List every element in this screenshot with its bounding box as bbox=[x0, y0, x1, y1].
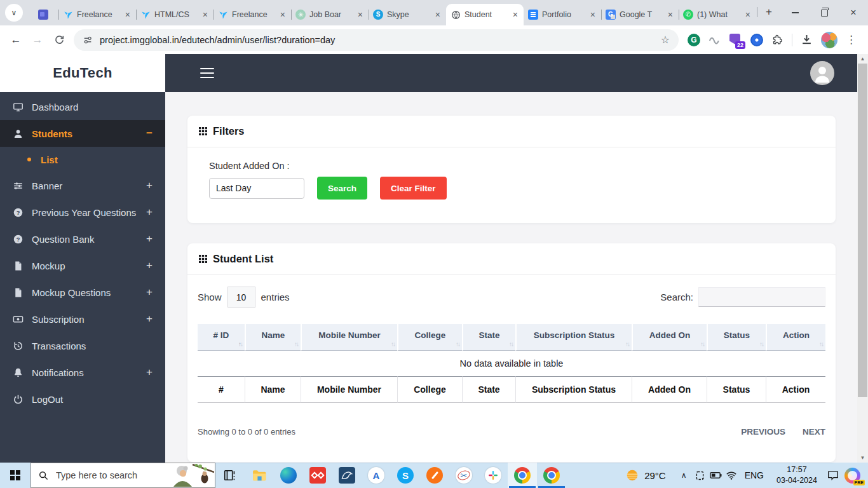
column-header-status[interactable]: Status↑↓ bbox=[707, 324, 766, 351]
copilot-icon[interactable]: PRE bbox=[844, 468, 860, 484]
refresh-button[interactable] bbox=[48, 29, 70, 51]
file-explorer-button[interactable] bbox=[245, 463, 274, 488]
window-minimize-button[interactable] bbox=[780, 0, 810, 25]
tab-freelance-2[interactable]: Freelance × bbox=[214, 4, 291, 25]
column-header-added-on[interactable]: Added On↑↓ bbox=[632, 324, 707, 351]
tab-skype[interactable]: S Skype × bbox=[369, 4, 446, 25]
expand-plus-icon[interactable]: + bbox=[146, 206, 153, 219]
sidebar-item-students[interactable]: Students − bbox=[0, 120, 165, 147]
browser-profile-avatar[interactable] bbox=[821, 32, 837, 48]
scrollbar-thumb[interactable] bbox=[858, 64, 867, 397]
collapse-minus-icon[interactable]: − bbox=[146, 127, 153, 140]
sidebar-item-dashboard[interactable]: Dashboard bbox=[0, 93, 165, 120]
omnibox[interactable]: project.imgglobal.in/edutech/admin/user/… bbox=[74, 29, 679, 51]
tab-student-active[interactable]: Student × bbox=[446, 4, 524, 25]
tab-close-icon[interactable]: × bbox=[589, 10, 597, 20]
hamburger-menu-icon[interactable] bbox=[200, 72, 214, 74]
column-header-action[interactable]: Action↑↓ bbox=[766, 324, 825, 351]
task-view-button[interactable] bbox=[215, 463, 245, 488]
tab-close-icon[interactable]: × bbox=[279, 10, 287, 20]
blue-circle-extension-icon[interactable] bbox=[750, 34, 763, 46]
window-restore-button[interactable] bbox=[810, 0, 839, 25]
expand-plus-icon[interactable]: + bbox=[146, 259, 153, 272]
purple-extension-icon[interactable]: 22 bbox=[729, 34, 742, 46]
taskbar-search-box[interactable] bbox=[31, 463, 215, 488]
table-search-input[interactable] bbox=[698, 287, 825, 307]
edge-button[interactable] bbox=[274, 463, 303, 488]
tab-portfolio[interactable]: Portfolio × bbox=[524, 4, 601, 25]
tab-job-board[interactable]: ✳ Job Boar × bbox=[291, 4, 369, 25]
browser-menu-icon[interactable]: ⋮ bbox=[846, 33, 857, 46]
tab-google-translate[interactable]: G Google T × bbox=[601, 4, 679, 25]
wave-extension-icon[interactable] bbox=[709, 36, 721, 44]
skype-button[interactable]: S bbox=[391, 463, 420, 488]
column-header-state[interactable]: State↑↓ bbox=[462, 324, 515, 351]
search-button[interactable]: Search bbox=[317, 177, 367, 200]
chrome-active-button[interactable] bbox=[508, 463, 537, 488]
column-header-mobile[interactable]: Mobile Number↑↓ bbox=[301, 324, 397, 351]
student-added-on-input[interactable] bbox=[209, 178, 304, 199]
tray-expand-chevron-icon[interactable]: ∧ bbox=[676, 471, 692, 480]
start-button[interactable] bbox=[0, 463, 31, 488]
sidebar-item-mockup[interactable]: Mockup + bbox=[0, 252, 165, 279]
back-button[interactable]: ← bbox=[5, 29, 27, 51]
sidebar-subitem-list[interactable]: List bbox=[0, 147, 165, 172]
a-compass-app-button[interactable]: A bbox=[362, 463, 391, 488]
slack-button[interactable] bbox=[478, 463, 508, 488]
tab-close-icon[interactable]: × bbox=[744, 10, 752, 20]
tab-freelance-1[interactable]: Freelance × bbox=[58, 4, 136, 25]
downloads-icon[interactable] bbox=[801, 34, 813, 46]
red-diamonds-app-button[interactable] bbox=[303, 463, 332, 488]
wifi-icon[interactable] bbox=[724, 471, 740, 480]
snipping-tool-button[interactable]: ✂ bbox=[449, 463, 478, 488]
sidebar-item-mockup-questions[interactable]: Mockup Questions + bbox=[0, 279, 165, 306]
forward-button[interactable]: → bbox=[27, 29, 48, 51]
tab-whatsapp[interactable]: ✆ (1) What × bbox=[679, 4, 756, 25]
expand-plus-icon[interactable]: + bbox=[146, 313, 153, 325]
window-close-button[interactable]: × bbox=[839, 0, 868, 25]
battery-icon[interactable] bbox=[708, 471, 724, 479]
tab-close-icon[interactable]: × bbox=[201, 10, 209, 20]
site-info-icon[interactable] bbox=[83, 35, 93, 45]
clear-filter-button[interactable]: Clear Filter bbox=[380, 177, 447, 200]
expand-plus-icon[interactable]: + bbox=[146, 179, 153, 192]
tab-close-icon[interactable]: × bbox=[667, 10, 674, 20]
column-header-name[interactable]: Name↑↓ bbox=[245, 324, 301, 351]
column-header-college[interactable]: College↑↓ bbox=[397, 324, 462, 351]
scroll-down-arrow-icon[interactable]: ▼ bbox=[860, 455, 865, 461]
chrome-second-button[interactable] bbox=[537, 463, 566, 488]
notification-center-icon[interactable] bbox=[825, 470, 841, 481]
mysql-workbench-button[interactable] bbox=[332, 463, 362, 488]
sidebar-item-previous-year-questions[interactable]: ? Previous Year Questions + bbox=[0, 199, 165, 226]
grammarly-extension-icon[interactable]: G bbox=[688, 34, 700, 46]
expand-plus-icon[interactable]: + bbox=[146, 233, 153, 245]
tab-close-icon[interactable]: × bbox=[434, 10, 442, 20]
new-tab-button[interactable]: + bbox=[760, 3, 778, 21]
tab-close-icon[interactable]: × bbox=[512, 10, 519, 20]
browser-scrollbar[interactable]: ▲ ▼ bbox=[857, 54, 868, 463]
column-header-subscription-status[interactable]: Subscription Status↑↓ bbox=[515, 324, 632, 351]
weather-widget[interactable]: 29°C bbox=[625, 468, 666, 482]
user-avatar[interactable] bbox=[810, 61, 834, 85]
scroll-up-arrow-icon[interactable]: ▲ bbox=[860, 56, 865, 62]
sidebar-item-logout[interactable]: LogOut bbox=[0, 386, 165, 412]
tab-search-button[interactable]: ∨ bbox=[5, 4, 23, 22]
page-size-input[interactable] bbox=[227, 287, 255, 308]
language-indicator[interactable]: ENG bbox=[745, 470, 764, 480]
extensions-puzzle-icon[interactable] bbox=[771, 34, 783, 46]
expand-plus-icon[interactable]: + bbox=[146, 286, 153, 299]
tab-close-icon[interactable]: × bbox=[124, 10, 132, 20]
taskbar-clock[interactable]: 17:57 03-04-2024 bbox=[774, 464, 820, 486]
previous-page-button[interactable]: PREVIOUS bbox=[741, 427, 785, 437]
tab-htmlcss[interactable]: HTML/CS × bbox=[136, 4, 214, 25]
expand-plus-icon[interactable]: + bbox=[146, 366, 153, 379]
column-header-id[interactable]: # ID↑↓ bbox=[198, 324, 245, 351]
tablet-mode-icon[interactable] bbox=[692, 470, 708, 481]
url-text[interactable]: project.imgglobal.in/edutech/admin/user/… bbox=[100, 35, 654, 45]
tab-close-icon[interactable]: × bbox=[356, 10, 364, 20]
tab-teams-pinned[interactable] bbox=[28, 4, 58, 25]
bookmark-star-icon[interactable]: ☆ bbox=[661, 34, 670, 46]
orange-pen-app-button[interactable] bbox=[420, 463, 449, 488]
sidebar-item-transactions[interactable]: Transactions bbox=[0, 332, 165, 359]
doodle-image[interactable] bbox=[168, 464, 214, 487]
